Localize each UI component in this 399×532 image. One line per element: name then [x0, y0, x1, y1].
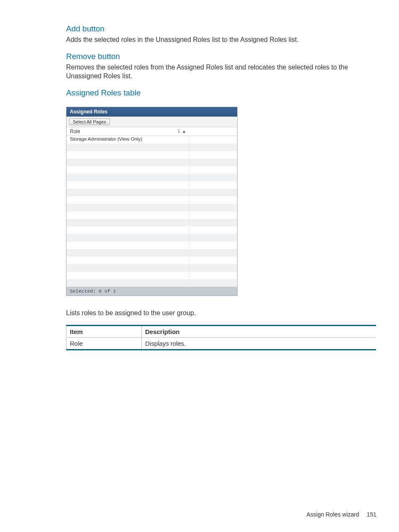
page-footer: Assign Roles wizard 151: [307, 511, 376, 518]
cell-role: [66, 234, 190, 242]
table-rows: Storage Administrator (View Only): [66, 136, 237, 287]
cell-role: [66, 166, 190, 174]
cell-role: Storage Administrator (View Only): [66, 136, 190, 144]
column-header-extra: [190, 127, 237, 136]
cell-extra: [190, 234, 237, 242]
cell-extra: [190, 219, 237, 226]
description-table: Item Description Role Displays roles.: [66, 325, 376, 350]
cell-role: [66, 226, 190, 234]
cell-role: [66, 189, 190, 196]
cell-role: [66, 159, 190, 166]
table-row[interactable]: [66, 189, 237, 196]
cell-extra: [190, 166, 237, 174]
table-row[interactable]: [66, 204, 237, 211]
cell-extra: [190, 174, 237, 181]
footer-page-number: 151: [367, 511, 376, 518]
desc-cell-item: Role: [66, 338, 142, 350]
panel-title: Assigned Roles: [66, 107, 237, 117]
cell-extra: [190, 144, 237, 151]
cell-extra: [190, 226, 237, 234]
cell-extra: [190, 151, 237, 159]
cell-extra: [190, 211, 237, 219]
cell-extra: [190, 196, 237, 204]
cell-role: [66, 272, 190, 279]
table-row[interactable]: [66, 196, 237, 204]
cell-role: [66, 219, 190, 226]
cell-role: [66, 257, 190, 264]
footer-label: Assign Roles wizard: [307, 511, 359, 518]
assigned-roles-panel: Assigned Roles Select All Pages Role 1 ▲…: [66, 107, 238, 296]
table-row[interactable]: [66, 144, 237, 151]
table-row[interactable]: [66, 226, 237, 234]
panel-toolbar: Select All Pages: [66, 117, 237, 127]
cell-extra: [190, 189, 237, 196]
table-row[interactable]: [66, 174, 237, 181]
cell-role: [66, 151, 190, 159]
table-row[interactable]: Storage Administrator (View Only): [66, 136, 237, 144]
assigned-roles-caption: Lists roles to be assigned to the user g…: [66, 308, 376, 318]
table-row[interactable]: [66, 249, 237, 257]
table-row[interactable]: [66, 234, 237, 242]
cell-extra: [190, 279, 237, 287]
table-row[interactable]: [66, 181, 237, 189]
table-row[interactable]: [66, 272, 237, 279]
column-header-role[interactable]: Role 1 ▲: [66, 127, 190, 136]
cell-role: [66, 264, 190, 272]
column-header-role-label: Role: [70, 129, 80, 134]
column-headers: Role 1 ▲: [66, 127, 237, 136]
cell-role: [66, 144, 190, 151]
cell-role: [66, 279, 190, 287]
desc-head-description: Description: [142, 326, 376, 338]
table-row[interactable]: [66, 151, 237, 159]
table-row: Role Displays roles.: [66, 338, 376, 350]
cell-role: [66, 181, 190, 189]
select-all-pages-button[interactable]: Select All Pages: [69, 118, 110, 125]
add-button-heading: Add button: [66, 24, 376, 33]
cell-role: [66, 242, 190, 249]
sort-indicator-icon: 1 ▲: [178, 129, 187, 134]
cell-role: [66, 174, 190, 181]
table-row[interactable]: [66, 219, 237, 226]
cell-extra: [190, 272, 237, 279]
cell-role: [66, 196, 190, 204]
table-row[interactable]: [66, 211, 237, 219]
cell-extra: [190, 159, 237, 166]
cell-extra: [190, 249, 237, 257]
assigned-roles-table-heading: Assigned Roles table: [66, 88, 376, 98]
cell-extra: [190, 204, 237, 211]
cell-extra: [190, 181, 237, 189]
table-row[interactable]: [66, 166, 237, 174]
add-button-text: Adds the selected roles in the Unassigne…: [66, 35, 376, 44]
table-row[interactable]: [66, 264, 237, 272]
desc-head-item: Item: [66, 326, 142, 338]
cell-role: [66, 249, 190, 257]
remove-button-text: Removes the selected roles from the Assi…: [66, 63, 376, 81]
table-row[interactable]: [66, 242, 237, 249]
remove-button-heading: Remove button: [66, 52, 376, 61]
cell-extra: [190, 257, 237, 264]
cell-role: [66, 211, 190, 219]
cell-extra: [190, 264, 237, 272]
table-row[interactable]: [66, 279, 237, 287]
table-row[interactable]: [66, 159, 237, 166]
panel-footer-status: Selected: 0 of 1: [66, 287, 237, 296]
cell-extra: [190, 136, 237, 144]
desc-cell-description: Displays roles.: [142, 338, 376, 350]
cell-role: [66, 204, 190, 211]
table-row[interactable]: [66, 257, 237, 264]
cell-extra: [190, 242, 237, 249]
